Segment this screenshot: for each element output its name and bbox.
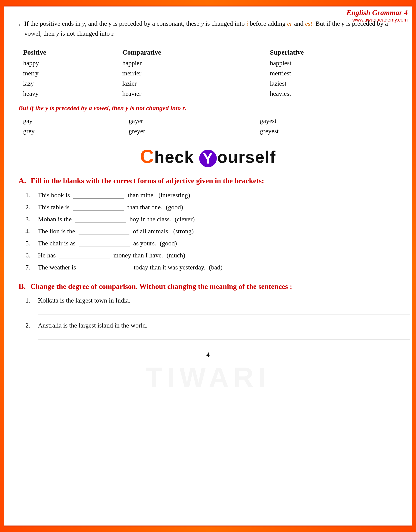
check-yourself-title: Check Yourself: [19, 145, 397, 167]
table-row: merrymerriermerriest: [19, 68, 397, 78]
exercise-item: 1. This book is than mine. (interesting): [25, 191, 397, 199]
table-cell: greyest: [255, 126, 397, 136]
exercise-num: 4.: [25, 228, 34, 235]
table-cell: gayest: [255, 116, 397, 126]
website-url: www.tiwariacademy.com: [346, 17, 408, 23]
red-rule-text: But if the y is preceded by a vowel, the…: [19, 104, 397, 112]
section-b-text: Kolkata is the largest town in India.: [38, 297, 130, 304]
table-row: happyhappierhappiest: [19, 58, 397, 68]
letter-y: Y: [199, 150, 217, 167]
exercise-hint: (strong): [173, 228, 194, 235]
table-row: lazylazierlaziest: [19, 78, 397, 89]
border-bottom: [0, 525, 416, 532]
exercise-num: 1.: [25, 192, 34, 199]
exercise-text: He has money than I have. (much): [38, 251, 185, 259]
page-content: › If the positive ends in y, and the y i…: [19, 9, 397, 363]
border-right: [412, 0, 416, 532]
vowel-table: gaygayergayestgreygreyergreyest: [19, 116, 397, 136]
blank-line-7: [79, 263, 130, 271]
exercise-item: 2. This table is than that one. (good): [25, 203, 397, 211]
table-cell: greyer: [124, 126, 255, 136]
exercise-num: 2.: [25, 322, 34, 329]
table-row: greygreyergreyest: [19, 126, 397, 136]
section-a-list: 1. This book is than mine. (interesting)…: [25, 191, 397, 271]
exercise-text: This book is than mine. (interesting): [38, 191, 190, 199]
table-row: heavyheavierheaviest: [19, 89, 397, 99]
table-cell: merrier: [118, 68, 265, 78]
table-cell: lazier: [118, 78, 265, 89]
exercise-hint: (interesting): [159, 192, 190, 199]
exercise-num: 7.: [25, 264, 34, 271]
comparison-table: Positive Comparative Superlative happyha…: [19, 45, 397, 99]
border-top: [0, 0, 416, 7]
section-a-title: Fill in the blanks with the correct form…: [31, 176, 264, 185]
section-b-text: Australia is the largest island in the w…: [38, 322, 147, 329]
exercise-hint: (bad): [209, 264, 223, 271]
table-cell: happy: [19, 58, 118, 68]
exercise-num: 5.: [25, 240, 34, 247]
table-cell: merriest: [265, 68, 397, 78]
border-left: [0, 0, 4, 532]
answer-line: [38, 331, 410, 340]
blank-line-6: [59, 251, 110, 259]
exercise-text: The weather is today than it was yesterd…: [38, 263, 223, 271]
table-cell: grey: [19, 126, 124, 136]
section-b-item: 1. Kolkata is the largest town in India.: [25, 297, 397, 319]
exercise-hint: (good): [160, 240, 177, 247]
exercise-num: 6.: [25, 252, 34, 259]
blank-line-5: [79, 239, 130, 247]
table-row: gaygayergayest: [19, 116, 397, 126]
table-cell: laziest: [265, 78, 397, 89]
col-header-superlative: Superlative: [265, 45, 397, 58]
exercise-text: This table is than that one. (good): [38, 203, 183, 211]
section-b-item: 2. Australia is the largest island in th…: [25, 322, 397, 344]
exercise-text: The lion is the of all animals. (strong): [38, 227, 194, 235]
section-a-heading: A. Fill in the blanks with the correct f…: [19, 175, 397, 186]
exercise-hint: (much): [167, 252, 185, 259]
blank-line-2: [73, 203, 124, 211]
section-b-title: Change the degree of comparison. Without…: [30, 282, 292, 290]
exercise-num: 1.: [25, 297, 34, 304]
table-cell: lazy: [19, 78, 118, 89]
table-cell: heavy: [19, 89, 118, 99]
bullet-arrow: ›: [19, 19, 20, 29]
intro-text: If the positive ends in y, and the y is …: [24, 19, 397, 39]
exercise-hint: (good): [166, 203, 183, 211]
section-b-item-row: 2. Australia is the largest island in th…: [25, 322, 397, 329]
table-cell: heavier: [118, 89, 265, 99]
blank-line-4: [79, 227, 129, 235]
blank-line-3: [75, 215, 126, 223]
table-cell: happiest: [265, 58, 397, 68]
page-header: English Grammar 4 www.tiwariacademy.com: [346, 8, 408, 23]
page-number: 4: [19, 351, 397, 363]
table-cell: heaviest: [265, 89, 397, 99]
check-yourself-section: Check Yourself: [19, 145, 397, 167]
exercise-item: 4. The lion is the of all animals. (stro…: [25, 227, 397, 235]
exercise-hint: (clever): [175, 216, 195, 223]
table-cell: merry: [19, 68, 118, 78]
blank-line-1: [73, 191, 124, 199]
exercise-item: 5. The chair is as as yours. (good): [25, 239, 397, 247]
table-cell: happier: [118, 58, 265, 68]
exercise-text: Mohan is the boy in the class. (clever): [38, 215, 195, 223]
section-b-item-row: 1. Kolkata is the largest town in India.: [25, 297, 397, 304]
tiwari-watermark: TIWARI: [146, 361, 270, 393]
col-header-comparative: Comparative: [118, 45, 265, 58]
exercise-item: 7. The weather is today than it was yest…: [25, 263, 397, 271]
intro-rule: › If the positive ends in y, and the y i…: [19, 19, 397, 39]
answer-line: [38, 307, 410, 315]
exercise-text: The chair is as as yours. (good): [38, 239, 177, 247]
table-cell: gayer: [124, 116, 255, 126]
exercise-item: 3. Mohan is the boy in the class. (cleve…: [25, 215, 397, 223]
section-a-label: A.: [19, 176, 26, 185]
table-cell: gay: [19, 116, 124, 126]
letter-c: C: [140, 146, 154, 167]
exercise-num: 2.: [25, 203, 34, 211]
col-header-positive: Positive: [19, 45, 118, 58]
section-b-heading: B. Change the degree of comparison. With…: [19, 280, 397, 292]
book-title: English Grammar 4: [346, 8, 408, 17]
section-b-list: 1. Kolkata is the largest town in India.…: [25, 297, 397, 344]
exercise-item: 6. He has money than I have. (much): [25, 251, 397, 259]
section-b-label: B.: [19, 282, 26, 290]
exercise-num: 3.: [25, 216, 34, 223]
